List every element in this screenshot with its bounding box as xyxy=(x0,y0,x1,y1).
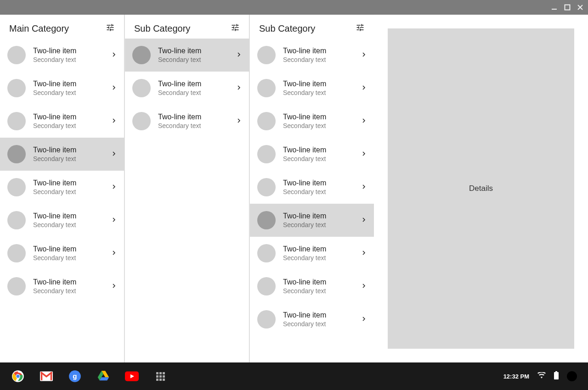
gmail-icon[interactable] xyxy=(40,369,53,383)
list-item-text: Two-line itemSecondary text xyxy=(33,178,111,196)
list-item[interactable]: Two-line itemSecondary text xyxy=(250,204,374,237)
list-item[interactable]: Two-line itemSecondary text xyxy=(0,270,124,303)
chevron-right-icon xyxy=(361,249,367,257)
avatar-icon xyxy=(257,310,276,329)
list-item[interactable]: Two-line itemSecondary text xyxy=(0,105,124,138)
list-item-text: Two-line itemSecondary text xyxy=(283,178,361,196)
list-item-secondary: Secondary text xyxy=(33,254,111,262)
avatar-icon xyxy=(257,46,276,64)
details-pane: Details xyxy=(374,15,588,362)
chevron-right-icon xyxy=(236,84,242,92)
list-item[interactable]: Two-line itemSecondary text xyxy=(0,72,124,105)
avatar-icon[interactable] xyxy=(567,371,577,381)
chevron-right-icon xyxy=(361,117,367,125)
maximize-button[interactable] xyxy=(564,4,571,11)
list-item[interactable]: Two-line itemSecondary text xyxy=(250,105,374,138)
chevron-right-icon xyxy=(361,282,367,290)
list-item-secondary: Secondary text xyxy=(33,188,111,196)
list-item-secondary: Secondary text xyxy=(33,56,111,64)
chevron-right-icon xyxy=(361,216,367,224)
list-item-text: Two-line itemSecondary text xyxy=(158,46,236,64)
avatar-icon xyxy=(7,46,26,64)
chevron-right-icon xyxy=(111,150,117,158)
chevron-right-icon xyxy=(361,183,367,191)
tune-icon[interactable] xyxy=(356,23,365,34)
column-sub-category-1: Sub Category Two-line itemSecondary text… xyxy=(125,15,249,362)
column-title: Main Category xyxy=(9,23,69,34)
list-item-text: Two-line itemSecondary text xyxy=(158,112,236,130)
apps-grid-icon[interactable] xyxy=(153,369,167,383)
column-list: Two-line itemSecondary textTwo-line item… xyxy=(125,39,249,138)
list-item[interactable]: Two-line itemSecondary text xyxy=(0,237,124,270)
list-item-primary: Two-line item xyxy=(283,278,361,287)
avatar-icon xyxy=(7,211,26,229)
status-tray[interactable]: 12:32 PM xyxy=(503,371,577,381)
list-item-text: Two-line itemSecondary text xyxy=(283,112,361,130)
list-item-secondary: Secondary text xyxy=(283,320,361,329)
chevron-right-icon xyxy=(361,51,367,59)
list-item[interactable]: Two-line itemSecondary text xyxy=(250,237,374,270)
column-list: Two-line itemSecondary textTwo-line item… xyxy=(0,39,124,303)
list-item-primary: Two-line item xyxy=(158,46,236,56)
avatar-icon xyxy=(7,112,26,130)
list-item[interactable]: Two-line itemSecondary text xyxy=(250,303,374,336)
avatar-icon xyxy=(7,178,26,196)
list-item[interactable]: Two-line itemSecondary text xyxy=(250,171,374,204)
list-item-text: Two-line itemSecondary text xyxy=(33,212,111,229)
google-icon[interactable]: g xyxy=(68,369,82,383)
list-item-primary: Two-line item xyxy=(33,212,111,221)
shelf: g 12:32 PM xyxy=(0,362,588,390)
list-item-text: Two-line itemSecondary text xyxy=(283,245,361,262)
list-item-text: Two-line itemSecondary text xyxy=(283,46,361,64)
clock: 12:32 PM xyxy=(503,373,529,380)
list-item-primary: Two-line item xyxy=(33,46,111,56)
list-item[interactable]: Two-line itemSecondary text xyxy=(250,39,374,72)
column-list: Two-line itemSecondary textTwo-line item… xyxy=(250,39,374,336)
chevron-right-icon xyxy=(361,150,367,158)
list-item-secondary: Secondary text xyxy=(33,122,111,130)
list-item-secondary: Secondary text xyxy=(158,89,236,97)
drive-icon[interactable] xyxy=(96,369,110,383)
tune-icon[interactable] xyxy=(106,23,115,34)
avatar-icon xyxy=(132,46,151,64)
avatar-icon xyxy=(132,79,151,97)
chrome-icon[interactable] xyxy=(11,369,25,383)
list-item[interactable]: Two-line itemSecondary text xyxy=(0,204,124,237)
column-title: Sub Category xyxy=(259,23,315,34)
list-item-primary: Two-line item xyxy=(283,178,361,188)
list-item-text: Two-line itemSecondary text xyxy=(283,311,361,329)
list-item-secondary: Secondary text xyxy=(283,56,361,64)
wifi-icon xyxy=(537,372,546,380)
list-item[interactable]: Two-line itemSecondary text xyxy=(0,171,124,204)
minimize-button[interactable] xyxy=(551,4,558,11)
list-item-secondary: Secondary text xyxy=(33,287,111,295)
close-button[interactable] xyxy=(577,4,583,11)
details-placeholder: Details xyxy=(388,28,574,349)
list-item[interactable]: Two-line itemSecondary text xyxy=(0,39,124,72)
list-item-text: Two-line itemSecondary text xyxy=(283,278,361,295)
list-item-primary: Two-line item xyxy=(283,112,361,122)
list-item-primary: Two-line item xyxy=(283,212,361,221)
chevron-right-icon xyxy=(111,216,117,224)
list-item-text: Two-line itemSecondary text xyxy=(33,112,111,130)
list-item[interactable]: Two-line itemSecondary text xyxy=(250,270,374,303)
list-item[interactable]: Two-line itemSecondary text xyxy=(125,39,249,72)
chevron-right-icon xyxy=(236,51,242,59)
list-item-primary: Two-line item xyxy=(158,112,236,122)
list-item[interactable]: Two-line itemSecondary text xyxy=(125,105,249,138)
list-item[interactable]: Two-line itemSecondary text xyxy=(250,72,374,105)
list-item-primary: Two-line item xyxy=(158,79,236,89)
list-item-secondary: Secondary text xyxy=(33,89,111,97)
tune-icon[interactable] xyxy=(231,23,240,34)
list-item-secondary: Secondary text xyxy=(283,221,361,229)
list-item-text: Two-line itemSecondary text xyxy=(33,145,111,163)
list-item-secondary: Secondary text xyxy=(158,56,236,64)
list-item[interactable]: Two-line itemSecondary text xyxy=(250,138,374,171)
youtube-icon[interactable] xyxy=(125,369,139,383)
list-item[interactable]: Two-line itemSecondary text xyxy=(125,72,249,105)
chevron-right-icon xyxy=(111,249,117,257)
list-item[interactable]: Two-line itemSecondary text xyxy=(0,138,124,171)
avatar-icon xyxy=(257,178,276,196)
chevron-right-icon xyxy=(361,84,367,92)
list-item-text: Two-line itemSecondary text xyxy=(283,145,361,163)
